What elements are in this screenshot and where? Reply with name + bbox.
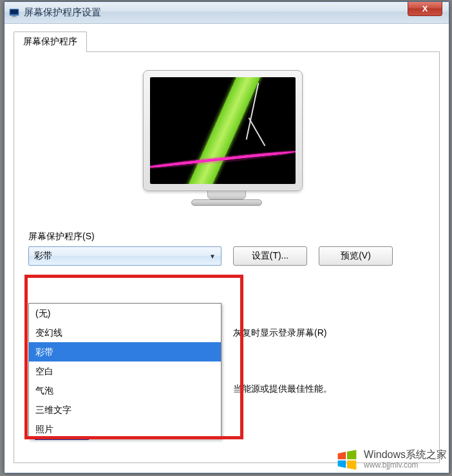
svg-rect-1	[10, 10, 18, 14]
tab-panel: 屏幕保护程序(S) 彩带 ▼ 设置(T)... 预览(V) (无)变幻线彩带空白…	[14, 51, 440, 463]
dropdown-option[interactable]: 气泡	[29, 381, 221, 400]
dropdown-option[interactable]: 空白	[29, 362, 221, 381]
monitor-screen	[150, 77, 296, 184]
ribbon-graphic	[249, 118, 266, 146]
watermark-title: Windows系统之家	[364, 448, 447, 461]
dropdown-option[interactable]: 彩带	[29, 342, 221, 362]
dropdown-option[interactable]: 变幻线	[29, 323, 221, 342]
windows-logo-icon	[335, 448, 359, 471]
screensaver-dropdown[interactable]: 彩带 ▼	[28, 246, 221, 266]
dropdown-option[interactable]: 三维文字	[29, 400, 221, 419]
monitor-base	[191, 199, 262, 206]
controls-row: 彩带 ▼ 设置(T)... 预览(V)	[28, 246, 425, 266]
tab-strip: 屏幕保护程序	[14, 32, 440, 52]
monitor-frame	[143, 70, 303, 191]
watermark: Windows系统之家 www.bjjmlv.com	[335, 448, 447, 471]
watermark-url: www.bjjmlv.com	[364, 461, 447, 470]
close-button[interactable]: X	[408, 2, 442, 16]
settings-button[interactable]: 设置(T)...	[233, 246, 307, 266]
client-area: 屏幕保护程序 屏幕保护程序(S)	[5, 24, 449, 473]
titlebar: 屏幕保护程序设置 X	[5, 2, 449, 24]
dropdown-value: 彩带	[34, 250, 52, 262]
button-label: 预览(V)	[341, 250, 371, 262]
chevron-down-icon: ▼	[209, 253, 216, 260]
monitor-stand	[207, 190, 246, 199]
section-label: 屏幕保护程序(S)	[28, 231, 425, 243]
ribbon-graphic	[184, 77, 267, 184]
window-title: 屏幕保护程序设置	[24, 6, 101, 19]
dropdown-list[interactable]: (无)变幻线彩带空白气泡三维文字照片	[28, 303, 221, 439]
watermark-text: Windows系统之家 www.bjjmlv.com	[364, 448, 447, 470]
tab-label: 屏幕保护程序	[23, 36, 77, 46]
window-icon	[8, 7, 20, 19]
monitor-preview	[143, 70, 310, 212]
resume-checkbox-label: 灰复时显示登录屏幕(R)	[233, 327, 326, 339]
dropdown-option[interactable]: (无)	[29, 304, 221, 323]
power-description: 当能源或提供最佳性能。	[233, 383, 332, 395]
dropdown-option[interactable]: 照片	[29, 419, 221, 439]
svg-rect-3	[12, 16, 17, 17]
button-label: 设置(T)...	[252, 250, 289, 262]
svg-rect-2	[13, 15, 15, 17]
tab-screensaver[interactable]: 屏幕保护程序	[14, 32, 87, 52]
preview-button[interactable]: 预览(V)	[319, 246, 393, 266]
dialog-window: 屏幕保护程序设置 X 屏幕保护程序	[4, 1, 449, 473]
close-icon: X	[422, 4, 428, 14]
